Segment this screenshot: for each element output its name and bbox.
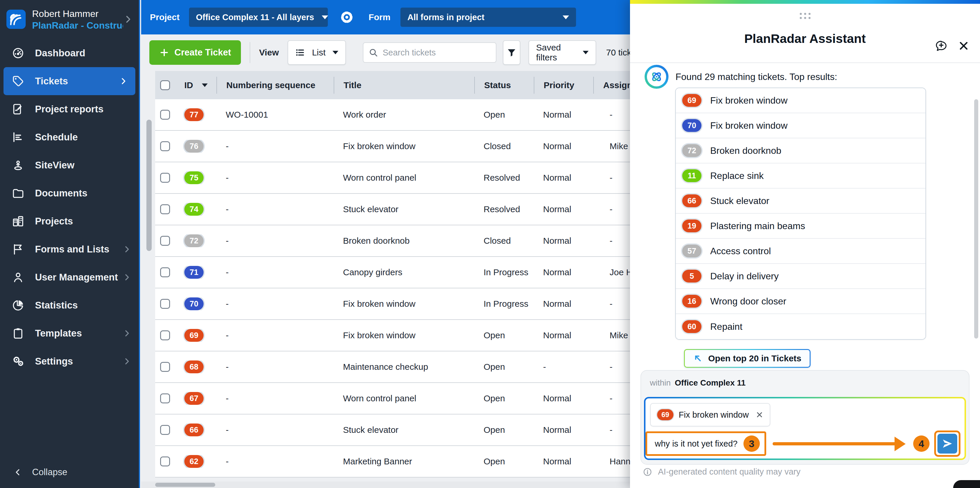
assistant-result-row[interactable]: 69 Fix broken window xyxy=(676,88,926,113)
row-checkbox[interactable] xyxy=(160,236,170,246)
cell-numbering: - xyxy=(216,299,334,309)
column-header-title[interactable]: Title xyxy=(334,77,474,94)
assistant-result-row[interactable]: 60 Repaint xyxy=(676,314,926,339)
ticket-id-badge: 11 xyxy=(682,169,702,182)
assistant-result-row[interactable]: 66 Stuck elevator xyxy=(676,188,926,214)
cell-status: In Progress xyxy=(474,299,534,309)
form-label: Form xyxy=(369,12,391,22)
row-checkbox[interactable] xyxy=(160,394,170,403)
row-checkbox[interactable] xyxy=(160,456,170,466)
row-checkbox[interactable] xyxy=(160,173,170,183)
cell-title: Fix broken window xyxy=(334,299,474,309)
new-chat-icon[interactable] xyxy=(934,39,948,53)
saved-filters-select[interactable]: Saved filters xyxy=(528,40,596,65)
annotation-box-4 xyxy=(934,431,961,457)
chip-remove-icon[interactable] xyxy=(756,411,763,419)
ticket-context-chip[interactable]: 69 Fix broken window xyxy=(650,403,770,426)
assistant-result-row[interactable]: 19 Plastering main beams xyxy=(676,214,926,239)
cell-numbering: - xyxy=(216,141,334,151)
tickets-icon xyxy=(12,75,24,88)
assistant-result-row[interactable]: 11 Replace sink xyxy=(676,163,926,188)
column-header-status[interactable]: Status xyxy=(474,77,534,94)
ticket-id-badge: 69 xyxy=(682,94,702,107)
info-icon xyxy=(643,467,652,477)
panel-scrollbar[interactable] xyxy=(974,99,978,338)
row-checkbox[interactable] xyxy=(160,330,170,340)
assistant-result-row[interactable]: 5 Delay in delivery xyxy=(676,264,926,289)
sidebar-item-settings[interactable]: Settings xyxy=(0,347,139,375)
row-checkbox[interactable] xyxy=(160,425,170,435)
sidebar-nav: Dashboard Tickets Project reports Schedu… xyxy=(0,39,139,375)
form-select-value: All forms in project xyxy=(407,13,484,22)
sidebar-item-tickets[interactable]: Tickets xyxy=(3,67,135,95)
user-texts: Robert Hammer PlanRadar - Construc... xyxy=(32,8,123,31)
ticket-id-badge: 68 xyxy=(185,360,204,373)
cell-title: Fix broken window xyxy=(334,330,474,340)
create-ticket-button[interactable]: Create Ticket xyxy=(150,40,241,65)
cell-priority: Normal xyxy=(534,330,593,340)
ticket-id-badge: 66 xyxy=(185,424,204,436)
send-button[interactable] xyxy=(937,434,957,454)
search-input[interactable] xyxy=(383,48,491,57)
sidebar-item-forms-and-lists[interactable]: Forms and Lists xyxy=(0,235,139,263)
column-header-numbering[interactable]: Numbering sequence xyxy=(216,77,334,94)
project-select[interactable]: Office Complex 11 - All layers xyxy=(189,8,328,27)
cell-numbering: - xyxy=(216,394,334,403)
column-header-priority[interactable]: Priority xyxy=(534,77,593,94)
context-project: Office Complex 11 xyxy=(675,378,746,388)
siteview-icon xyxy=(12,159,24,172)
row-checkbox[interactable] xyxy=(160,267,170,277)
assistant-result-row[interactable]: 16 Wrong door closer xyxy=(676,289,926,314)
chevron-left-icon xyxy=(13,468,22,477)
project-label: Project xyxy=(150,12,180,22)
user-name: Robert Hammer xyxy=(32,8,123,20)
select-all-cell xyxy=(155,77,175,94)
caret-down-icon xyxy=(332,51,338,54)
assistant-result-row[interactable]: 57 Access control xyxy=(676,239,926,264)
chevron-right-icon xyxy=(123,245,131,254)
saved-filters-label: Saved filters xyxy=(536,43,583,62)
sidebar-item-project-reports[interactable]: Project reports xyxy=(0,95,139,123)
assistant-results-card: 69 Fix broken window 70 Fix broken windo… xyxy=(675,88,926,340)
table-vertical-scrollbar[interactable] xyxy=(146,120,152,251)
row-checkbox[interactable] xyxy=(160,110,170,120)
view-label: View xyxy=(259,48,279,57)
assistant-result-row[interactable]: 70 Fix broken window xyxy=(676,113,926,138)
table-horizontal-scrollbar-track xyxy=(141,482,630,488)
sidebar-item-documents[interactable]: Documents xyxy=(0,179,139,207)
cell-numbering: - xyxy=(216,425,334,435)
app-screen: Robert Hammer PlanRadar - Construc... Da… xyxy=(0,0,980,488)
view-mode-select[interactable]: List xyxy=(288,40,346,65)
sidebar-collapse-button[interactable]: Collapse xyxy=(0,462,139,483)
column-header-id[interactable]: ID xyxy=(175,77,216,94)
filter-button[interactable] xyxy=(503,40,520,65)
cell-priority: Normal xyxy=(534,299,593,309)
select-all-checkbox[interactable] xyxy=(160,80,170,90)
row-checkbox[interactable] xyxy=(160,299,170,309)
cell-title: Fix broken window xyxy=(334,141,474,151)
account-switcher[interactable]: Robert Hammer PlanRadar - Construc... xyxy=(0,0,139,38)
close-icon[interactable] xyxy=(958,40,969,52)
sidebar-item-siteview[interactable]: SiteView xyxy=(0,151,139,179)
message-input[interactable]: why is it not yet fixed? xyxy=(655,439,738,448)
open-top-20-label: Open top 20 in Tickets xyxy=(708,354,802,364)
table-horizontal-scrollbar[interactable] xyxy=(155,483,215,487)
row-checkbox[interactable] xyxy=(160,362,170,372)
sidebar-item-user-management[interactable]: User Management xyxy=(0,263,139,291)
sidebar-item-templates[interactable]: Templates xyxy=(0,319,139,347)
cell-status: Open xyxy=(474,456,534,466)
project-settings-gear-icon[interactable] xyxy=(339,10,354,24)
row-checkbox[interactable] xyxy=(160,141,170,151)
assistant-avatar xyxy=(644,65,668,89)
form-select[interactable]: All forms in project xyxy=(401,8,576,27)
sidebar-item-projects[interactable]: Projects xyxy=(0,207,139,235)
assistant-result-row[interactable]: 72 Broken doorknob xyxy=(676,138,926,163)
sidebar-item-dashboard[interactable]: Dashboard xyxy=(0,39,139,67)
panel-drag-handle[interactable] xyxy=(630,13,980,19)
open-top-20-button[interactable]: Open top 20 in Tickets xyxy=(684,349,811,368)
chevron-right-icon xyxy=(123,14,133,24)
chip-label: Fix broken window xyxy=(679,410,749,420)
sidebar-item-schedule[interactable]: Schedule xyxy=(0,123,139,151)
sidebar-item-statistics[interactable]: Statistics xyxy=(0,291,139,319)
row-checkbox[interactable] xyxy=(160,204,170,214)
